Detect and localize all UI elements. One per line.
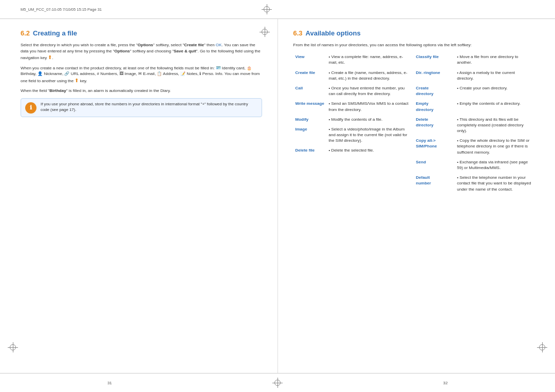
birthday-bold: Birthday (49, 88, 66, 93)
icon-notes: 📝 (180, 71, 186, 76)
opt-row-deletefile: Delete file Delete the selected file. (293, 146, 414, 154)
crosshair-left-top (260, 27, 270, 37)
opt-row-writemessage: Write message Send an SMS/MMS/Vox MMS to… (293, 100, 414, 113)
right-page: 6.3 Available options From the list of n… (278, 19, 556, 373)
note-text: If you use your phone abroad, store the … (41, 102, 257, 113)
ok-text: OK (216, 43, 222, 47)
opt-desc-modify: Modify the contents of a file. (327, 116, 414, 123)
icon-nickname: 👤 (38, 71, 43, 76)
left-page: 6.2 Creating a file Select the directory… (0, 19, 278, 373)
opt-label-copyall: Copy all->SIM/Phone (414, 137, 455, 156)
icon-email: ✉ (138, 71, 142, 76)
section-62-title: Creating a file (33, 29, 77, 37)
options-col1: View View a complete file: name, address… (293, 53, 414, 193)
opt-desc-defaultnumber: Select the telephone number in your cont… (455, 174, 534, 193)
opt-desc-emptydirectory: Empty the contents of a directory. (455, 100, 534, 113)
options-col2: Classify file Move a file from one direc… (414, 53, 534, 193)
opt-label-view: View (293, 53, 327, 66)
opt-label-classifyfile: Classify file (414, 53, 455, 66)
section-62-para1: Select the directory in which you wish t… (21, 42, 262, 62)
opt-desc-copyall: Copy the whole directory to the SIM or t… (455, 137, 534, 156)
opt-row-image: Image Select a video/photo/image in the … (293, 125, 414, 145)
opt-label-deletefile: Delete file (293, 146, 327, 154)
icon-image: 🖼 (119, 71, 123, 76)
opt-row-classifyfile: Classify file Move a file from one direc… (414, 53, 534, 66)
opt-label-writemessage: Write message (293, 100, 327, 113)
note-icon: ℹ (25, 102, 36, 114)
opt-label-createfile: Create file (293, 69, 327, 82)
opt-row-send: Send Exchange data via infrared (see pag… (414, 158, 534, 172)
opt-desc-send: Exchange data via infrared (see page 59)… (455, 158, 534, 172)
options-bold-2: Options (115, 49, 130, 53)
opt-label-dirringtone: Dir. ringtone (414, 69, 455, 82)
opt-row-copyall: Copy all->SIM/Phone Copy the whole direc… (414, 137, 534, 156)
icon-numbers: # (97, 71, 99, 76)
options-bold-1: Options (138, 43, 153, 47)
opt-label-call: Call (293, 84, 327, 98)
opt-label-defaultnumber: Defaultnumber (414, 174, 455, 193)
crosshair-left-bottom (8, 342, 18, 352)
opt-row-defaultnumber: Defaultnumber Select the telephone numbe… (414, 174, 534, 193)
section-62-number: 6.2 (21, 29, 30, 37)
opt-desc-image: Select a video/photo/image in the Album … (327, 125, 414, 145)
header-bar: M5_UM_FCC_07-10-05 7/10/05 15:15 Page 31 (0, 0, 555, 19)
opt-row-emptydirectory: Emptydirectory Empty the contents of a d… (414, 100, 534, 113)
opt-desc-writemessage: Send an SMS/MMS/Vox MMS to a contact fro… (327, 100, 414, 113)
opt-desc-deletedirectory: This directory and its files will be com… (455, 116, 534, 135)
opt-label-deletedirectory: Deletedirectory (414, 116, 455, 135)
opt-desc-view: View a complete file: name, address, e-m… (327, 53, 414, 66)
options-table-2: Classify file Move a file from one direc… (414, 53, 534, 193)
opt-label-image: Image (293, 125, 327, 145)
crosshair-top (262, 4, 272, 14)
nav-arrow-1: ⬆ (48, 54, 52, 62)
section-63-title: Available options (306, 29, 361, 37)
header-text: M5_UM_FCC_07-10-05 7/10/05 15:15 Page 31 (21, 7, 102, 12)
opt-label-send: Send (414, 158, 455, 172)
footer-area: 31 32 (0, 373, 555, 392)
opt-desc-dirringtone: Assign a melody to the current directory… (455, 69, 534, 82)
nav-arrow-2: ⬆ (75, 77, 79, 85)
opt-row-deletedirectory: Deletedirectory This directory and its f… (414, 116, 534, 135)
icon-idcard: 🪪 (216, 66, 221, 70)
opt-desc-call: Once you have entered the number, you ca… (327, 84, 414, 98)
opt-row-createdirectory: Createdirectory Create your own director… (414, 84, 534, 98)
opt-label-modify: Modify (293, 116, 327, 123)
section-63-intro: From the list of names in your directori… (293, 42, 535, 48)
page-container: M5_UM_FCC_07-10-05 7/10/05 15:15 Page 31… (0, 0, 555, 392)
crosshair-right-bottom (537, 342, 547, 352)
opt-row-modify: Modify Modify the contents of a file. (293, 116, 414, 123)
icon-birthday: 🎂 (247, 66, 252, 70)
main-content: 6.2 Creating a file Select the directory… (0, 19, 555, 373)
icon-url: 🔗 (64, 71, 69, 76)
section-63-heading: 6.3 Available options (293, 29, 535, 37)
section-62-para3: When the field "Birthday" is filled in, … (21, 88, 262, 94)
note-box: ℹ If you use your phone abroad, store th… (21, 98, 262, 117)
footer-page-right: 32 (430, 381, 461, 385)
opt-label-createdirectory: Createdirectory (414, 84, 455, 98)
crosshair-bottom-center (272, 378, 283, 388)
opt-row-call: Call Once you have entered the number, y… (293, 84, 414, 98)
section-62-heading: 6.2 Creating a file (21, 29, 262, 37)
icon-address: 📋 (157, 71, 162, 76)
options-columns: View View a complete file: name, address… (293, 53, 535, 193)
savequit-bold: Save & quit (174, 49, 196, 53)
opt-row-dirringtone: Dir. ringtone Assign a melody to the cur… (414, 69, 534, 82)
createfile-bold: Create file (184, 43, 204, 47)
opt-row-createfile: Create file Create a file (name, numbers… (293, 69, 414, 82)
section-62-para2: When you create a new contact in the pro… (21, 65, 262, 85)
opt-desc-deletefile: Delete the selected file. (327, 146, 414, 154)
opt-row-view: View View a complete file: name, address… (293, 53, 414, 66)
footer-page-left: 31 (94, 381, 125, 385)
opt-desc-createdirectory: Create your own directory. (455, 84, 534, 98)
options-table-1: View View a complete file: name, address… (293, 53, 414, 154)
opt-desc-createfile: Create a file (name, numbers, address, e… (327, 69, 414, 82)
section-63-number: 6.3 (293, 29, 303, 37)
icon-perso: ℹ (199, 71, 201, 76)
opt-label-emptydirectory: Emptydirectory (414, 100, 455, 113)
opt-desc-classifyfile: Move a file from one directory to anothe… (455, 53, 534, 66)
